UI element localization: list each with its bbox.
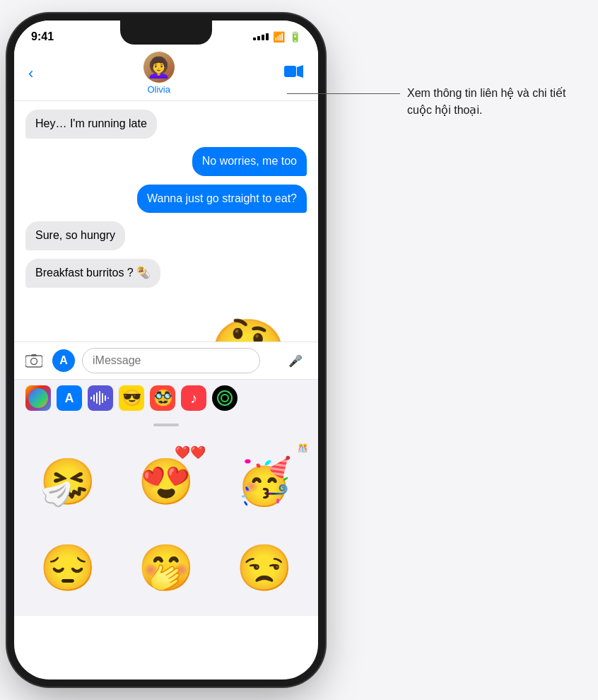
svg-marker-1	[297, 65, 303, 78]
drawer-handle	[153, 424, 179, 426]
avatar: 👩‍🦱	[143, 52, 175, 83]
mic-icon[interactable]: 🎤	[288, 354, 303, 368]
svg-rect-0	[284, 66, 296, 77]
svg-rect-8	[96, 392, 98, 404]
animoji-app-icon[interactable]: 🥸	[150, 385, 175, 411]
fitness-app-icon[interactable]	[212, 385, 238, 411]
navigation-bar: ‹ 👩‍🦱 Olivia	[14, 46, 318, 101]
message-bubble: Breakfast burritos ? 🌯	[25, 259, 160, 288]
app-drawer: A 😎 🥸 ♪	[14, 379, 318, 416]
hearts-decoration: ❤️❤️	[175, 445, 206, 460]
svg-rect-2	[25, 356, 42, 367]
input-bar: A 🎤	[14, 342, 318, 379]
memoji-cell-2[interactable]: 😍 ❤️❤️	[118, 439, 215, 524]
message-bubble: Hey… I'm running late	[25, 110, 157, 139]
message-bubble: Sure, so hungry	[25, 221, 125, 250]
memoji-cell-5[interactable]: 🤭	[118, 525, 215, 610]
status-time: 9:41	[31, 30, 54, 43]
appstore-button[interactable]: A	[52, 349, 75, 372]
annotation: Xem thông tin liên hệ và chi tiết cuộc h…	[407, 85, 577, 119]
drawer-handle-container	[14, 416, 318, 433]
svg-rect-6	[90, 397, 92, 399]
svg-rect-10	[102, 393, 103, 403]
contact-name: Olivia	[147, 84, 170, 95]
signal-indicator	[253, 33, 269, 40]
svg-point-5	[28, 388, 48, 408]
svg-rect-9	[99, 391, 100, 405]
memoji-grid: 🤧 😍 ❤️❤️ 🥳 🎊 😔 🤭 😒	[14, 433, 318, 616]
svg-rect-4	[31, 354, 37, 356]
appstore-drawer-icon[interactable]: A	[57, 385, 82, 411]
annotation-text: Xem thông tin liên hệ và chi tiết cuộc h…	[407, 85, 577, 119]
annotation-line: Xem thông tin liên hệ và chi tiết cuộc h…	[407, 85, 577, 119]
soundwave-icon[interactable]	[88, 385, 113, 411]
message-row: Hey… I'm running late	[25, 110, 307, 139]
photos-app-icon[interactable]	[25, 385, 51, 411]
message-bubble: No worries, me too	[192, 147, 307, 176]
svg-point-14	[221, 395, 228, 402]
music-app-icon[interactable]: ♪	[181, 385, 206, 411]
message-row: No worries, me too	[25, 147, 307, 176]
memoji-cell-6[interactable]: 😒	[216, 525, 312, 610]
sticker-image: 🤔	[195, 299, 301, 342]
back-button[interactable]: ‹	[28, 64, 33, 83]
message-row: Sure, so hungry	[25, 221, 307, 250]
memoji-cell-4[interactable]: 😔	[20, 525, 117, 610]
svg-point-13	[218, 391, 232, 405]
signal-bar-4	[266, 33, 269, 40]
annotation-connector	[287, 93, 400, 94]
status-icons: 📶 🔋	[253, 31, 301, 42]
message-row: Wanna just go straight to eat?	[25, 185, 307, 214]
video-call-button[interactable]	[284, 64, 304, 83]
memoji-cell-1[interactable]: 🤧	[20, 439, 117, 524]
svg-rect-12	[107, 397, 109, 399]
signal-bar-3	[262, 35, 264, 40]
battery-icon: 🔋	[289, 31, 301, 42]
svg-rect-11	[105, 395, 106, 401]
wifi-icon: 📶	[273, 31, 285, 42]
memoji-app-icon[interactable]: 😎	[119, 385, 144, 411]
memoji-cell-3[interactable]: 🥳 🎊	[216, 439, 312, 524]
camera-button[interactable]	[23, 349, 45, 372]
svg-point-3	[31, 358, 37, 365]
phone-frame: 9:41 📶 🔋 ‹ 👩‍🦱 Olivia	[14, 21, 318, 679]
message-input[interactable]	[82, 348, 260, 373]
confetti-decoration: 🎊	[298, 443, 308, 453]
notch	[120, 21, 212, 45]
signal-bar-2	[257, 36, 260, 40]
message-bubble: Wanna just go straight to eat?	[137, 185, 307, 214]
memoji-sticker: 🤔	[25, 299, 307, 342]
signal-bar-1	[253, 37, 256, 40]
svg-rect-7	[93, 395, 95, 402]
sticker-emoji: 🤔	[209, 320, 288, 342]
message-row: Breakfast burritos ? 🌯	[25, 259, 307, 288]
contact-info[interactable]: 👩‍🦱 Olivia	[143, 52, 175, 95]
message-input-wrapper: 🎤	[82, 348, 310, 373]
chat-area: Hey… I'm running late No worries, me too…	[14, 101, 318, 342]
